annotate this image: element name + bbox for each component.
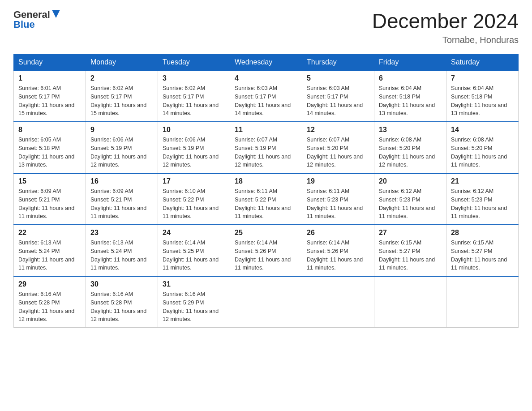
calendar-subtitle: Tornabe, Honduras <box>372 35 519 45</box>
title-section: December 2024 Tornabe, Honduras <box>372 9 519 45</box>
calendar-title: December 2024 <box>372 9 519 33</box>
day-info: Sunrise: 6:03 AMSunset: 5:17 PMDaylight:… <box>307 84 369 118</box>
calendar-cell: 25Sunrise: 6:14 AMSunset: 5:26 PMDayligh… <box>230 225 302 276</box>
day-info: Sunrise: 6:08 AMSunset: 5:20 PMDaylight:… <box>451 136 514 169</box>
day-number: 1 <box>18 74 81 82</box>
calendar-cell: 19Sunrise: 6:11 AMSunset: 5:23 PMDayligh… <box>302 173 374 225</box>
day-info: Sunrise: 6:06 AMSunset: 5:19 PMDaylight:… <box>90 136 153 169</box>
day-number: 11 <box>235 126 297 134</box>
day-number: 22 <box>18 229 81 237</box>
day-info: Sunrise: 6:11 AMSunset: 5:23 PMDaylight:… <box>307 187 369 221</box>
calendar-cell: 27Sunrise: 6:15 AMSunset: 5:27 PMDayligh… <box>374 225 446 276</box>
calendar-cell: 13Sunrise: 6:08 AMSunset: 5:20 PMDayligh… <box>374 122 446 173</box>
day-info: Sunrise: 6:13 AMSunset: 5:24 PMDaylight:… <box>90 239 153 272</box>
day-info: Sunrise: 6:02 AMSunset: 5:17 PMDaylight:… <box>163 84 225 118</box>
day-number: 23 <box>90 229 153 237</box>
calendar-cell: 17Sunrise: 6:10 AMSunset: 5:22 PMDayligh… <box>158 173 230 225</box>
day-info: Sunrise: 6:14 AMSunset: 5:26 PMDaylight:… <box>235 239 297 272</box>
calendar-cell: 31Sunrise: 6:16 AMSunset: 5:29 PMDayligh… <box>158 276 230 328</box>
calendar-cell: 5Sunrise: 6:03 AMSunset: 5:17 PMDaylight… <box>302 70 374 122</box>
svg-marker-0 <box>52 10 60 18</box>
day-info: Sunrise: 6:14 AMSunset: 5:25 PMDaylight:… <box>163 239 225 272</box>
day-info: Sunrise: 6:02 AMSunset: 5:17 PMDaylight:… <box>90 84 153 118</box>
week-row-1: 1Sunrise: 6:01 AMSunset: 5:17 PMDaylight… <box>14 70 519 122</box>
day-info: Sunrise: 6:01 AMSunset: 5:17 PMDaylight:… <box>18 84 81 118</box>
day-info: Sunrise: 6:03 AMSunset: 5:17 PMDaylight:… <box>235 84 297 118</box>
calendar-cell <box>302 276 374 328</box>
day-number: 5 <box>307 74 369 82</box>
day-number: 18 <box>235 177 297 185</box>
day-info: Sunrise: 6:16 AMSunset: 5:29 PMDaylight:… <box>163 290 225 324</box>
header-friday: Friday <box>374 55 446 71</box>
day-number: 2 <box>90 74 153 82</box>
week-row-4: 22Sunrise: 6:13 AMSunset: 5:24 PMDayligh… <box>14 225 519 276</box>
day-info: Sunrise: 6:10 AMSunset: 5:22 PMDaylight:… <box>163 187 225 221</box>
week-row-3: 15Sunrise: 6:09 AMSunset: 5:21 PMDayligh… <box>14 173 519 225</box>
calendar-table: SundayMondayTuesdayWednesdayThursdayFrid… <box>13 54 519 328</box>
day-info: Sunrise: 6:09 AMSunset: 5:21 PMDaylight:… <box>90 187 153 221</box>
calendar-cell: 11Sunrise: 6:07 AMSunset: 5:19 PMDayligh… <box>230 122 302 173</box>
calendar-cell: 21Sunrise: 6:12 AMSunset: 5:23 PMDayligh… <box>446 173 519 225</box>
calendar-cell: 7Sunrise: 6:04 AMSunset: 5:18 PMDaylight… <box>446 70 519 122</box>
day-number: 10 <box>163 126 225 134</box>
logo-blue-text: Blue <box>13 19 35 30</box>
day-info: Sunrise: 6:13 AMSunset: 5:24 PMDaylight:… <box>18 239 81 272</box>
day-number: 17 <box>163 177 225 185</box>
day-number: 4 <box>235 74 297 82</box>
day-info: Sunrise: 6:07 AMSunset: 5:19 PMDaylight:… <box>235 136 297 169</box>
week-row-5: 29Sunrise: 6:16 AMSunset: 5:28 PMDayligh… <box>14 276 519 328</box>
day-info: Sunrise: 6:16 AMSunset: 5:28 PMDaylight:… <box>90 290 153 324</box>
day-info: Sunrise: 6:08 AMSunset: 5:20 PMDaylight:… <box>379 136 442 169</box>
calendar-cell: 3Sunrise: 6:02 AMSunset: 5:17 PMDaylight… <box>158 70 230 122</box>
day-number: 7 <box>451 74 514 82</box>
day-number: 27 <box>379 229 442 237</box>
calendar-cell: 6Sunrise: 6:04 AMSunset: 5:18 PMDaylight… <box>374 70 446 122</box>
logo: General Blue <box>13 9 61 30</box>
day-info: Sunrise: 6:16 AMSunset: 5:28 PMDaylight:… <box>18 290 81 324</box>
header-monday: Monday <box>86 55 158 71</box>
day-info: Sunrise: 6:06 AMSunset: 5:19 PMDaylight:… <box>163 136 225 169</box>
day-number: 14 <box>451 126 514 134</box>
day-info: Sunrise: 6:15 AMSunset: 5:27 PMDaylight:… <box>451 239 514 272</box>
calendar-cell: 10Sunrise: 6:06 AMSunset: 5:19 PMDayligh… <box>158 122 230 173</box>
calendar-header-row: SundayMondayTuesdayWednesdayThursdayFrid… <box>14 55 519 71</box>
calendar-cell <box>374 276 446 328</box>
calendar-cell: 22Sunrise: 6:13 AMSunset: 5:24 PMDayligh… <box>14 225 86 276</box>
day-number: 28 <box>451 229 514 237</box>
day-number: 30 <box>90 280 153 288</box>
day-number: 8 <box>18 126 81 134</box>
day-info: Sunrise: 6:09 AMSunset: 5:21 PMDaylight:… <box>18 187 81 221</box>
day-info: Sunrise: 6:15 AMSunset: 5:27 PMDaylight:… <box>379 239 442 272</box>
calendar-cell: 12Sunrise: 6:07 AMSunset: 5:20 PMDayligh… <box>302 122 374 173</box>
calendar-cell: 15Sunrise: 6:09 AMSunset: 5:21 PMDayligh… <box>14 173 86 225</box>
day-number: 13 <box>379 126 442 134</box>
calendar-cell: 30Sunrise: 6:16 AMSunset: 5:28 PMDayligh… <box>86 276 158 328</box>
calendar-cell: 16Sunrise: 6:09 AMSunset: 5:21 PMDayligh… <box>86 173 158 225</box>
day-number: 24 <box>163 229 225 237</box>
day-info: Sunrise: 6:05 AMSunset: 5:18 PMDaylight:… <box>18 136 81 169</box>
calendar-cell: 9Sunrise: 6:06 AMSunset: 5:19 PMDaylight… <box>86 122 158 173</box>
day-number: 9 <box>90 126 153 134</box>
calendar-cell: 20Sunrise: 6:12 AMSunset: 5:23 PMDayligh… <box>374 173 446 225</box>
calendar-cell: 14Sunrise: 6:08 AMSunset: 5:20 PMDayligh… <box>446 122 519 173</box>
day-number: 19 <box>307 177 369 185</box>
header-tuesday: Tuesday <box>158 55 230 71</box>
calendar-cell: 18Sunrise: 6:11 AMSunset: 5:22 PMDayligh… <box>230 173 302 225</box>
calendar-cell <box>230 276 302 328</box>
day-info: Sunrise: 6:11 AMSunset: 5:22 PMDaylight:… <box>235 187 297 221</box>
calendar-cell: 4Sunrise: 6:03 AMSunset: 5:17 PMDaylight… <box>230 70 302 122</box>
header-saturday: Saturday <box>446 55 519 71</box>
week-row-2: 8Sunrise: 6:05 AMSunset: 5:18 PMDaylight… <box>14 122 519 173</box>
calendar-cell: 2Sunrise: 6:02 AMSunset: 5:17 PMDaylight… <box>86 70 158 122</box>
calendar-cell: 24Sunrise: 6:14 AMSunset: 5:25 PMDayligh… <box>158 225 230 276</box>
logo-arrow-icon <box>51 9 61 19</box>
day-number: 16 <box>90 177 153 185</box>
calendar-cell: 1Sunrise: 6:01 AMSunset: 5:17 PMDaylight… <box>14 70 86 122</box>
calendar-cell: 26Sunrise: 6:14 AMSunset: 5:26 PMDayligh… <box>302 225 374 276</box>
day-info: Sunrise: 6:12 AMSunset: 5:23 PMDaylight:… <box>379 187 442 221</box>
day-number: 20 <box>379 177 442 185</box>
header-thursday: Thursday <box>302 55 374 71</box>
day-info: Sunrise: 6:07 AMSunset: 5:20 PMDaylight:… <box>307 136 369 169</box>
page-header: General Blue December 2024 Tornabe, Hond… <box>13 9 519 45</box>
calendar-cell <box>446 276 519 328</box>
